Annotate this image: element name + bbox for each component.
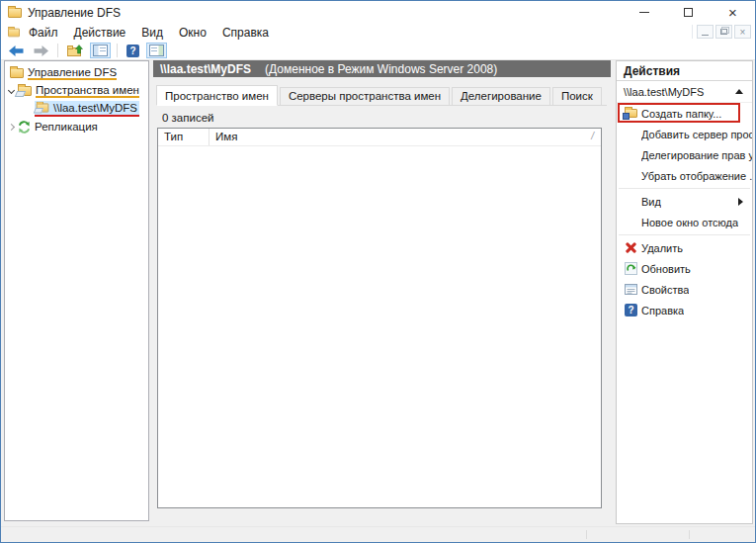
mdi-close-button[interactable]: × bbox=[734, 25, 751, 39]
back-arrow-icon bbox=[9, 45, 24, 56]
mdi-minimize-button[interactable] bbox=[697, 25, 714, 39]
tree-item-mydfs[interactable]: \\laa.test\MyDFS bbox=[5, 100, 148, 118]
properties-icon bbox=[620, 283, 641, 296]
action-help[interactable]: ? Справка bbox=[617, 300, 752, 320]
tree-item-label: Пространства имен bbox=[36, 84, 139, 98]
content-header-bar: \\laa.test\MyDFS (Доменное в Режим Windo… bbox=[153, 60, 611, 77]
namespace-icon bbox=[37, 104, 49, 113]
tree-item-label: Управление DFS bbox=[28, 66, 117, 80]
action-delete[interactable]: Удалить bbox=[617, 237, 752, 258]
statusbar-separator bbox=[689, 530, 690, 539]
toolbar-separator bbox=[57, 44, 58, 57]
forward-arrow-icon bbox=[34, 45, 48, 56]
mdi-restore-button[interactable] bbox=[715, 25, 732, 39]
tree-item-label: \\laa.test\MyDFS bbox=[53, 102, 137, 114]
action-label: Создать папку... bbox=[641, 108, 721, 120]
action-pane-icon bbox=[149, 45, 164, 56]
submenu-arrow-icon bbox=[738, 198, 743, 206]
minimize-icon bbox=[639, 12, 649, 13]
forward-button[interactable] bbox=[31, 44, 51, 58]
actions-group-header[interactable]: \\laa.test\MyDFS bbox=[617, 81, 752, 103]
action-label: Свойства bbox=[641, 284, 689, 296]
action-new-window-from-here[interactable]: Новое окно отсюда bbox=[617, 212, 752, 232]
console-tree-panel: Управление DFS Пространства имен \\laa.t… bbox=[4, 60, 149, 521]
help-icon: ? bbox=[620, 304, 641, 317]
menu-help[interactable]: Справка bbox=[214, 26, 277, 40]
back-button[interactable] bbox=[6, 44, 27, 58]
tab-search[interactable]: Поиск bbox=[552, 87, 602, 105]
namespaces-icon bbox=[18, 86, 32, 96]
action-view[interactable]: Вид bbox=[617, 191, 752, 212]
column-header-name[interactable]: Имя / bbox=[210, 129, 601, 145]
list-header-row: Тип Имя / bbox=[158, 129, 601, 146]
delete-icon bbox=[620, 241, 641, 254]
svg-text:?: ? bbox=[628, 305, 633, 316]
action-label: Новое окно отсюда bbox=[641, 217, 738, 228]
chevron-down-icon bbox=[8, 86, 15, 93]
mdi-minimize-icon bbox=[702, 35, 709, 36]
action-add-namespace-server[interactable]: Добавить сервер прос... bbox=[617, 124, 752, 144]
up-one-level-icon bbox=[67, 45, 83, 56]
tree-selection-highlight: \\laa.test\MyDFS bbox=[35, 101, 139, 117]
tab-delegation[interactable]: Делегирование bbox=[452, 87, 550, 105]
separator bbox=[619, 188, 750, 189]
close-button[interactable]: × bbox=[711, 1, 755, 24]
action-label: Справка bbox=[641, 305, 684, 317]
collapse-group-icon[interactable] bbox=[735, 89, 743, 94]
separator bbox=[619, 234, 750, 235]
mdi-close-icon: × bbox=[740, 27, 746, 38]
window-controls: × bbox=[622, 1, 755, 24]
menu-action[interactable]: Действие bbox=[66, 26, 134, 40]
statusbar-separator bbox=[586, 530, 587, 539]
mdi-restore-icon bbox=[720, 29, 727, 35]
sort-indicator-icon: / bbox=[591, 131, 594, 141]
chevron-right-icon bbox=[8, 123, 15, 130]
action-new-folder[interactable]: Создать папку... bbox=[617, 103, 752, 124]
expand-chevron[interactable] bbox=[5, 125, 18, 130]
tab-namespace-servers[interactable]: Серверы пространства имен bbox=[280, 87, 450, 105]
tree-item-label: Репликация bbox=[35, 121, 98, 133]
show-console-tree-toggle[interactable] bbox=[90, 43, 111, 58]
tree-item-namespaces[interactable]: Пространства имен bbox=[5, 82, 148, 100]
action-delegate-permissions[interactable]: Делегирование прав у... bbox=[617, 144, 752, 165]
app-folder-icon bbox=[8, 8, 22, 18]
help-icon: ? bbox=[126, 45, 139, 57]
tree-item-dfs-management[interactable]: Управление DFS bbox=[5, 64, 148, 82]
action-label: Убрать отображение ... bbox=[641, 170, 752, 182]
show-action-pane-toggle[interactable] bbox=[146, 43, 167, 58]
new-folder-icon bbox=[620, 109, 641, 118]
action-label: Удалить bbox=[641, 242, 683, 254]
up-one-level-button[interactable] bbox=[64, 43, 86, 58]
maximize-icon bbox=[684, 8, 693, 17]
toolbar-separator bbox=[117, 44, 118, 57]
tree-item-replication[interactable]: Репликация bbox=[5, 118, 148, 136]
menu-window[interactable]: Окно bbox=[171, 26, 214, 40]
toolbar: ? bbox=[1, 42, 755, 60]
column-header-name-label: Имя bbox=[215, 131, 237, 142]
refresh-icon bbox=[620, 262, 641, 275]
action-label: Делегирование прав у... bbox=[641, 149, 752, 161]
menu-file[interactable]: Файл bbox=[21, 26, 66, 40]
action-remove-display[interactable]: Убрать отображение ... bbox=[617, 165, 752, 186]
menu-view[interactable]: Вид bbox=[133, 26, 171, 40]
maximize-button[interactable] bbox=[666, 1, 711, 24]
help-button[interactable]: ? bbox=[124, 43, 142, 59]
content-panel: \\laa.test\MyDFS (Доменное в Режим Windo… bbox=[153, 60, 611, 513]
dfs-management-window: Управление DFS × Файл Действие Вид Окно … bbox=[0, 0, 756, 543]
column-header-type[interactable]: Тип bbox=[158, 129, 210, 145]
main-area: Управление DFS Пространства имен \\laa.t… bbox=[1, 60, 755, 526]
window-title: Управление DFS bbox=[28, 6, 121, 20]
mdi-window-controls: × bbox=[692, 25, 751, 39]
namespace-list: Тип Имя / bbox=[157, 128, 602, 508]
dfs-management-icon bbox=[10, 68, 24, 78]
tab-namespace[interactable]: Пространство имен bbox=[156, 85, 278, 106]
content-header-mode: (Доменное в Режим Windows Server 2008) bbox=[265, 62, 497, 76]
action-properties[interactable]: Свойства bbox=[617, 279, 752, 300]
close-icon: × bbox=[728, 5, 737, 20]
action-label: Обновить bbox=[641, 263, 691, 275]
action-refresh[interactable]: Обновить bbox=[617, 258, 752, 279]
replication-icon bbox=[18, 121, 31, 134]
tab-strip: Пространство имен Серверы пространства и… bbox=[156, 86, 607, 106]
minimize-button[interactable] bbox=[622, 1, 666, 24]
action-label: Вид bbox=[641, 196, 661, 208]
